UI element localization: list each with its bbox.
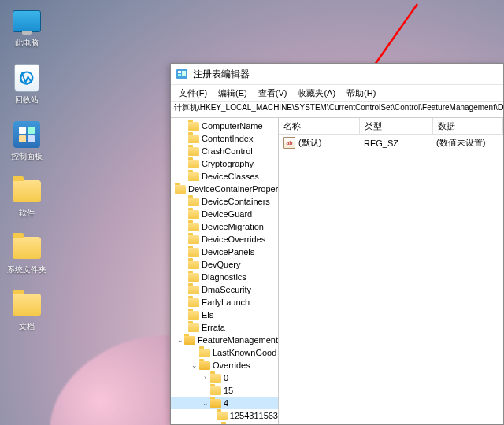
tree-node[interactable]: Els [171,309,278,321]
twisty-placeholder [179,248,187,257]
tree-node[interactable]: 15 [171,384,278,397]
tree-node[interactable]: Errata [171,321,278,334]
col-type[interactable]: 类型 [360,118,433,134]
twisty-placeholder [179,160,187,168]
desktop-icon-folder[interactable]: 软件 [6,176,47,219]
control-panel-icon [13,121,40,148]
icon-label: 文档 [19,321,35,332]
tree-node-label: LastKnownGood [213,348,276,357]
desktop-icon-folder[interactable]: 文档 [6,290,47,332]
tree-node[interactable]: 215754378 [171,422,278,424]
col-data[interactable]: 数据 [433,118,503,134]
tree-node[interactable]: ⌄Overrides [171,359,278,371]
svg-rect-10 [182,71,186,76]
tree-node[interactable]: DeviceContainerPropertyUpda [171,183,278,195]
expand-icon[interactable]: › [201,374,209,382]
tree-node-label: 4 [224,398,228,408]
folder-icon [199,361,210,370]
folder-icon [188,323,199,332]
string-value-icon: ab [284,137,295,149]
desktop-icon-control[interactable]: 控制面板 [6,120,47,162]
folder-icon [188,172,199,181]
tree-node-label: ContentIndex [202,134,253,143]
tree-node[interactable]: DevQuery [171,258,278,271]
tree-node[interactable]: DeviceContainers [171,195,278,208]
tree-node-label: 215754378 [235,423,278,424]
tree-node-label: EarlyLaunch [202,298,250,307]
folder-icon [210,386,221,395]
tree-node[interactable]: ContentIndex [171,132,278,145]
twisty-placeholder [190,349,198,357]
folder-icon [188,235,199,244]
tree-node-label: DeviceContainerPropertyUpda [188,184,279,194]
tree-node[interactable]: DeviceOverrides [171,233,278,246]
tree-node-label: DevicePanels [202,247,254,257]
col-name[interactable]: 名称 [279,118,360,134]
collapse-icon[interactable]: ⌄ [201,399,209,408]
twisty-placeholder [179,298,187,307]
tree-node-label: CrashControl [202,146,253,156]
folder-icon [188,248,199,257]
values-pane: 名称 类型 数据 ab(默认) REG_SZ (数值未设置) [279,118,503,424]
tree-node[interactable]: 1254311563 [171,409,278,422]
tree-node[interactable]: Diagnostics [171,271,278,283]
icon-label: 控制面板 [11,151,43,162]
folder-icon [13,180,41,202]
desktop-icon-computer[interactable]: 此电脑 [6,6,47,49]
regedit-window: 注册表编辑器 文件(F) 编辑(E) 查看(V) 收藏夹(A) 帮助(H) 计算… [170,63,504,425]
tree-node[interactable]: CrashControl [171,145,278,157]
svg-rect-4 [28,135,35,142]
collapse-icon[interactable]: ⌄ [177,336,183,345]
tree-node[interactable]: DeviceMigration [171,220,278,233]
tree-node[interactable]: ComputerName [171,120,278,132]
tree-node-label: 1254311563 [230,411,278,420]
tree-node[interactable]: ⌄4 [171,397,278,409]
twisty-placeholder [179,273,187,282]
tree-node[interactable]: ›0 [171,371,278,384]
icon-label: 此电脑 [15,38,39,49]
tree-node[interactable]: DmaSecurity [171,283,278,296]
twisty-placeholder [179,122,187,131]
titlebar[interactable]: 注册表编辑器 [171,64,503,85]
desktop-icon-folder[interactable]: 系统文件夹 [6,233,47,275]
tree-node-label: Errata [202,323,225,332]
menu-view[interactable]: 查看(V) [254,87,292,100]
recycle-bin-icon [14,64,39,92]
folder-icon [210,399,221,408]
tree-node[interactable]: EarlyLaunch [171,296,278,309]
value-name: (默认) [298,137,321,149]
tree-view[interactable]: ComputerNameContentIndexCrashControlCryp… [171,118,279,424]
menu-favorites[interactable]: 收藏夹(A) [293,87,340,100]
regedit-icon [176,68,188,80]
window-title: 注册表编辑器 [193,68,250,81]
twisty-placeholder [179,323,187,332]
path-text: 计算机\HKEY_LOCAL_MACHINE\SYSTEM\CurrentCon… [174,103,503,112]
twisty-placeholder [179,286,187,294]
menu-file[interactable]: 文件(F) [174,87,212,100]
values-list[interactable]: ab(默认) REG_SZ (数值未设置) [279,135,503,424]
svg-rect-3 [19,135,26,142]
tree-node[interactable]: DeviceClasses [171,170,278,183]
tree-node[interactable]: DeviceGuard [171,208,278,220]
menu-edit[interactable]: 编辑(E) [213,87,252,100]
window-body: ComputerNameContentIndexCrashControlCryp… [171,118,503,424]
tree-node[interactable]: LastKnownGood [171,346,278,359]
folder-icon [221,424,232,425]
value-row[interactable]: ab(默认) REG_SZ (数值未设置) [279,136,503,150]
folder-icon [188,261,199,269]
tree-node[interactable]: ⌄FeatureManagement [171,334,278,346]
folder-icon [188,311,199,320]
folder-icon [188,147,199,156]
collapse-icon[interactable]: ⌄ [190,361,198,370]
svg-rect-8 [178,71,181,73]
tree-node[interactable]: Cryptography [171,157,278,170]
twisty-placeholder [208,412,216,420]
folder-icon [188,160,199,168]
folder-icon [175,185,186,194]
tree-node[interactable]: DevicePanels [171,246,278,258]
menu-help[interactable]: 帮助(H) [342,87,380,100]
twisty-placeholder [179,147,187,156]
desktop-icon-recycle[interactable]: 回收站 [6,63,47,105]
address-bar[interactable]: 计算机\HKEY_LOCAL_MACHINE\SYSTEM\CurrentCon… [171,102,503,118]
twisty-placeholder [179,172,187,181]
